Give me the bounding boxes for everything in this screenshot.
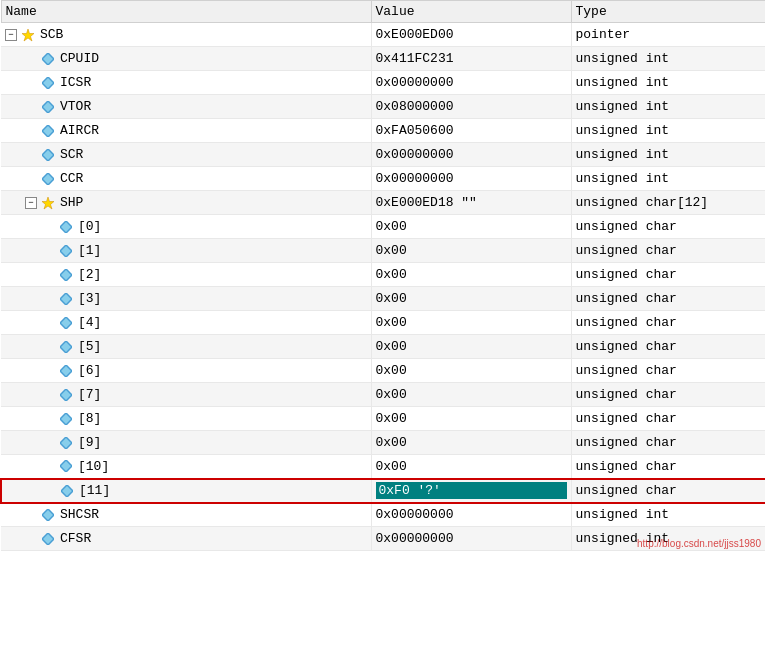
value-cell[interactable]: 0x00 xyxy=(371,431,571,455)
name-cell: [1] xyxy=(1,239,371,263)
field-icon xyxy=(41,100,55,114)
variable-name: VTOR xyxy=(60,99,91,114)
type-cell: unsigned char xyxy=(571,287,765,311)
variable-name: [6] xyxy=(78,363,101,378)
value-cell[interactable]: 0x00000000 xyxy=(371,503,571,527)
value-cell[interactable]: 0x00000000 xyxy=(371,143,571,167)
type-cell: unsigned char xyxy=(571,407,765,431)
value-cell[interactable]: 0xE000ED00 xyxy=(371,23,571,47)
type-cell: unsigned char xyxy=(571,263,765,287)
struct-icon xyxy=(41,196,55,210)
value-cell[interactable]: 0x00 xyxy=(371,287,571,311)
name-cell: [0] xyxy=(1,215,371,239)
field-icon xyxy=(41,532,55,546)
value-cell[interactable]: 0xF0 '?' xyxy=(371,479,571,503)
value-cell[interactable]: 0x00 xyxy=(371,263,571,287)
field-icon xyxy=(59,388,73,402)
field-icon xyxy=(59,436,73,450)
table-row: SCR0x00000000unsigned int xyxy=(1,143,765,167)
table-row: [5]0x00unsigned char xyxy=(1,335,765,359)
field-icon xyxy=(59,340,73,354)
value-cell[interactable]: 0x00 xyxy=(371,383,571,407)
table-row: [7]0x00unsigned char xyxy=(1,383,765,407)
table-row: ICSR0x00000000unsigned int xyxy=(1,71,765,95)
type-cell: pointer xyxy=(571,23,765,47)
table-row: [9]0x00unsigned char xyxy=(1,431,765,455)
variable-name: [1] xyxy=(78,243,101,258)
value-cell[interactable]: 0x00000000 xyxy=(371,527,571,551)
table-row: CCR0x00000000unsigned int xyxy=(1,167,765,191)
variable-name: CFSR xyxy=(60,531,91,546)
value-cell[interactable]: 0xE000ED18 "" xyxy=(371,191,571,215)
value-cell[interactable]: 0x00 xyxy=(371,359,571,383)
type-cell: unsigned char xyxy=(571,215,765,239)
variable-name: [3] xyxy=(78,291,101,306)
variable-name: [7] xyxy=(78,387,101,402)
value-cell[interactable]: 0x00 xyxy=(371,455,571,479)
variable-name: [2] xyxy=(78,267,101,282)
name-cell: [9] xyxy=(1,431,371,455)
variables-table: Name Value Type − SCB0xE000ED00pointer C… xyxy=(0,0,765,551)
name-cell: [8] xyxy=(1,407,371,431)
name-cell: VTOR xyxy=(1,95,371,119)
type-cell: unsigned char xyxy=(571,335,765,359)
variable-name: ICSR xyxy=(60,75,91,90)
table-row: CPUID0x411FC231unsigned int xyxy=(1,47,765,71)
type-cell: unsigned char xyxy=(571,359,765,383)
value-cell[interactable]: 0x08000000 xyxy=(371,95,571,119)
field-icon xyxy=(59,364,73,378)
field-icon xyxy=(59,220,73,234)
field-icon xyxy=(41,52,55,66)
name-cell: [7] xyxy=(1,383,371,407)
name-cell: SCR xyxy=(1,143,371,167)
struct-icon xyxy=(21,28,35,42)
table-row: SHCSR0x00000000unsigned int xyxy=(1,503,765,527)
table-row: [6]0x00unsigned char xyxy=(1,359,765,383)
value-cell[interactable]: 0x00 xyxy=(371,407,571,431)
name-cell: [4] xyxy=(1,311,371,335)
table-row: [2]0x00unsigned char xyxy=(1,263,765,287)
type-cell: unsigned int xyxy=(571,119,765,143)
variable-name: AIRCR xyxy=(60,123,99,138)
value-cell[interactable]: 0x00000000 xyxy=(371,71,571,95)
field-icon xyxy=(59,412,73,426)
value-cell[interactable]: 0xFA050600 xyxy=(371,119,571,143)
field-icon xyxy=(59,292,73,306)
name-cell: ICSR xyxy=(1,71,371,95)
expand-button[interactable]: − xyxy=(25,197,37,209)
value-cell[interactable]: 0x411FC231 xyxy=(371,47,571,71)
value-cell[interactable]: 0x00 xyxy=(371,239,571,263)
expand-button[interactable]: − xyxy=(5,29,17,41)
type-cell: unsigned int xyxy=(571,503,765,527)
table-row: [4]0x00unsigned char xyxy=(1,311,765,335)
field-icon xyxy=(41,148,55,162)
field-icon xyxy=(41,172,55,186)
value-cell[interactable]: 0x00000000 xyxy=(371,167,571,191)
name-cell: [6] xyxy=(1,359,371,383)
table-row: AIRCR0xFA050600unsigned int xyxy=(1,119,765,143)
svg-marker-0 xyxy=(22,29,34,41)
table-row: [11]0xF0 '?'unsigned char xyxy=(1,479,765,503)
type-cell: unsigned char[12] xyxy=(571,191,765,215)
variable-name: CPUID xyxy=(60,51,99,66)
name-cell: AIRCR xyxy=(1,119,371,143)
type-cell: unsigned char xyxy=(571,479,765,503)
table-row: [8]0x00unsigned char xyxy=(1,407,765,431)
type-cell: unsigned int xyxy=(571,47,765,71)
type-cell: unsigned char xyxy=(571,311,765,335)
type-cell: unsigned char xyxy=(571,383,765,407)
watermark: http://blog.csdn.net/jjss1980 xyxy=(637,538,761,549)
table-row: [1]0x00unsigned char xyxy=(1,239,765,263)
variable-name: [5] xyxy=(78,339,101,354)
field-icon xyxy=(59,316,73,330)
value-cell[interactable]: 0x00 xyxy=(371,335,571,359)
value-cell[interactable]: 0x00 xyxy=(371,215,571,239)
col-name-header: Name xyxy=(1,1,371,23)
name-cell: − SCB xyxy=(1,23,371,47)
field-icon xyxy=(59,459,73,473)
name-cell: [2] xyxy=(1,263,371,287)
value-cell[interactable]: 0x00 xyxy=(371,311,571,335)
variable-name: SHP xyxy=(60,195,83,210)
table-row: VTOR0x08000000unsigned int xyxy=(1,95,765,119)
field-icon xyxy=(59,268,73,282)
